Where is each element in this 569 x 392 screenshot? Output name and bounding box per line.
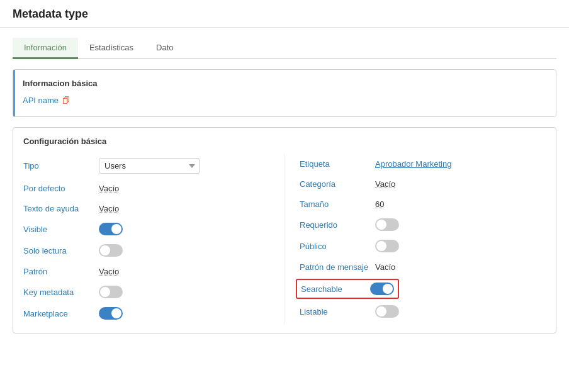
label-requerido: Requerido — [300, 220, 375, 230]
toggle-solelectura[interactable] — [99, 244, 123, 257]
label-listable: Listable — [300, 307, 375, 316]
field-row-etiqueta: Etiqueta Aprobador Marketing — [300, 154, 546, 174]
value-tamano: 60 — [375, 199, 384, 209]
field-row-visible: Visible — [23, 218, 274, 240]
value-pordefecto: Vacío — [99, 184, 119, 193]
label-tipo: Tipo — [23, 161, 99, 171]
field-row-patronmensaje: Patrón de mensaje Vacío — [300, 257, 546, 277]
config-col-right: Etiqueta Aprobador Marketing Categoría V… — [284, 154, 546, 324]
tabs-row: Información Estadísticas Dato — [13, 38, 556, 59]
field-row-searchable: Searchable — [300, 277, 546, 301]
toggle-requerido[interactable] — [375, 218, 399, 231]
value-patron: Vacío — [99, 267, 119, 276]
label-tamano: Tamaño — [300, 199, 375, 209]
page-title: Metadata type — [13, 8, 556, 21]
field-row-pordefecto: Por defecto Vacío — [23, 178, 274, 198]
field-row-publico: Público — [300, 235, 546, 257]
select-tipo[interactable]: Users — [99, 158, 200, 174]
api-name-row: API name 🗍 — [23, 93, 546, 108]
label-pordefecto: Por defecto — [23, 184, 99, 193]
api-name-label: API name — [23, 96, 59, 105]
field-row-tipo: Tipo Users — [23, 154, 274, 178]
field-row-marketplace: Marketplace — [23, 303, 274, 324]
value-textoayuda: Vacío — [99, 204, 119, 213]
field-row-keymetadata: Key metadata — [23, 281, 274, 303]
label-keymetadata: Key metadata — [23, 288, 99, 297]
field-row-solelectura: Solo lectura — [23, 240, 274, 261]
label-visible: Visible — [23, 225, 99, 234]
label-patronmensaje: Patrón de mensaje — [300, 262, 375, 272]
label-etiqueta: Etiqueta — [300, 159, 375, 169]
field-row-categoria: Categoría Vacío — [300, 174, 546, 194]
label-marketplace: Marketplace — [23, 309, 99, 318]
label-textoayuda: Texto de ayuda — [23, 204, 99, 213]
field-row-tamano: Tamaño 60 — [300, 194, 546, 214]
label-categoria: Categoría — [300, 179, 375, 189]
toggle-marketplace[interactable] — [99, 307, 123, 320]
config-header: Configuración básica — [23, 137, 546, 146]
toggle-keymetadata[interactable] — [99, 286, 123, 298]
toggle-searchable[interactable] — [370, 283, 394, 295]
field-row-requerido: Requerido — [300, 214, 546, 235]
toggle-visible[interactable] — [99, 223, 123, 235]
label-patron: Patrón — [23, 267, 99, 276]
field-row-listable: Listable — [300, 301, 546, 322]
value-categoria: Vacío — [375, 179, 395, 189]
basic-info-header: Informacion básica — [23, 79, 546, 93]
tab-estadisticas[interactable]: Estadísticas — [78, 38, 145, 59]
config-grid: Tipo Users Por defecto Vacío Texto de ay… — [23, 154, 546, 324]
basic-info-card: Informacion básica API name 🗍 — [13, 69, 556, 117]
tab-informacion[interactable]: Información — [13, 38, 78, 59]
basic-info-body: Informacion básica API name 🗍 — [13, 70, 556, 116]
copy-icon[interactable]: 🗍 — [62, 96, 70, 105]
field-row-patron: Patrón Vacío — [23, 261, 274, 281]
tab-dato[interactable]: Dato — [145, 38, 184, 59]
label-solelectura: Solo lectura — [23, 246, 99, 255]
config-card-body: Configuración básica Tipo Users Por defe… — [13, 128, 556, 333]
field-row-textoayuda: Texto de ayuda Vacío — [23, 198, 274, 218]
value-patronmensaje: Vacío — [375, 262, 395, 272]
page-header: Metadata type — [0, 0, 569, 28]
toggle-publico[interactable] — [375, 240, 399, 252]
value-etiqueta[interactable]: Aprobador Marketing — [375, 159, 451, 169]
label-publico: Público — [300, 242, 375, 251]
config-card: Configuración básica Tipo Users Por defe… — [13, 127, 556, 333]
content-area: Información Estadísticas Dato Informacio… — [0, 28, 569, 354]
searchable-highlighted: Searchable — [296, 279, 399, 299]
label-searchable: Searchable — [301, 284, 370, 294]
config-col-left: Tipo Users Por defecto Vacío Texto de ay… — [23, 154, 284, 324]
toggle-listable[interactable] — [375, 305, 399, 318]
